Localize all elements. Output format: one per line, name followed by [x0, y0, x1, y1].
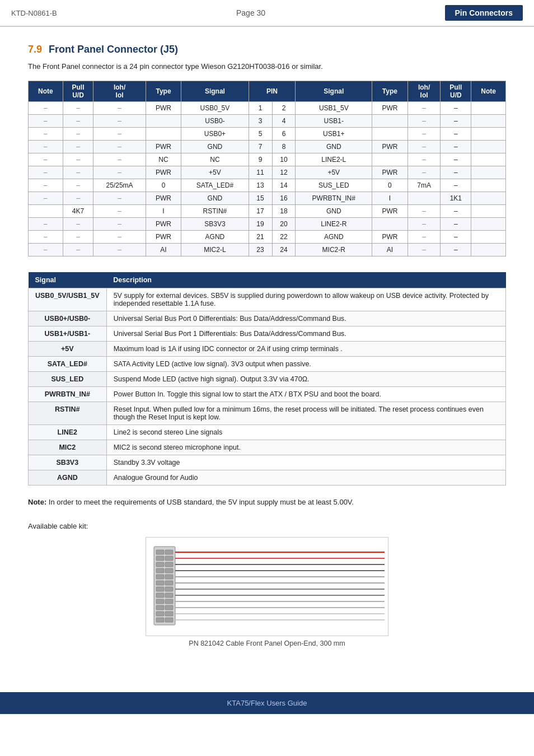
cell-note-l: – [29, 218, 63, 231]
list-item: AGND Analogue Ground for Audio [29, 470, 506, 486]
signal-name: MIC2 [29, 440, 107, 455]
svg-rect-16 [165, 568, 173, 573]
signal-desc: Universal Serial Bus Port 1 Differential… [106, 326, 505, 342]
cell-pull-r: – [441, 141, 471, 153]
cell-note-r [471, 218, 506, 231]
cell-note-l: – [29, 153, 63, 166]
cell-pin-r: 4 [272, 115, 296, 128]
th-type-l: Type [146, 81, 181, 102]
cell-signal-l: GND [181, 192, 249, 205]
cell-pin-r: 22 [272, 231, 296, 244]
table-row: – – – USB0+ 5 6 USB1+ – – [29, 128, 506, 141]
cell-signal-r: GND [296, 205, 372, 218]
cell-pull-r: – [441, 115, 471, 128]
signal-desc: MIC2 is second stereo microphone input. [106, 440, 505, 455]
signal-name: AGND [29, 470, 107, 486]
note-label: Note: [28, 498, 46, 506]
svg-rect-23 [165, 612, 173, 616]
th-ioh-l: Ioh/Iol [93, 81, 146, 102]
cell-ioh-r: – [407, 244, 441, 256]
cell-pull-r: – [441, 153, 471, 166]
cell-pin-l: 19 [249, 218, 272, 231]
cable-diagram [146, 537, 388, 636]
cell-pin-r: 8 [272, 141, 296, 153]
cell-note-l: – [29, 102, 63, 115]
table-row: – – – PWR USB0_5V 1 2 USB1_5V PWR – – [29, 102, 506, 115]
svg-rect-13 [165, 550, 173, 554]
desc-col1-header: Signal [29, 272, 107, 288]
signal-name: RSTIN# [29, 402, 107, 425]
cell-note-r [471, 141, 506, 153]
cell-signal-l: AGND [181, 231, 249, 244]
cell-type-r [372, 128, 408, 141]
cell-note-l: – [29, 166, 63, 179]
desc-col2-header: Description [106, 272, 505, 288]
cell-pull-r: – [441, 179, 471, 192]
cell-pull-l: – [63, 115, 93, 128]
cell-signal-l: NC [181, 153, 249, 166]
signal-description-table: Signal Description USB0_5V/USB1_5V 5V su… [28, 272, 506, 486]
th-note-r: Note [471, 81, 506, 102]
table-row: – – – PWR SB3V3 19 20 LINE2-R – – [29, 218, 506, 231]
cell-signal-l: USB0- [181, 115, 249, 128]
cell-signal-r: MIC2-R [296, 244, 372, 256]
cell-ioh-l: – [93, 166, 146, 179]
page-footer: KTA75/Flex Users Guide [0, 692, 534, 714]
cell-signal-r: AGND [296, 231, 372, 244]
svg-rect-10 [156, 605, 164, 610]
svg-rect-3 [156, 562, 164, 567]
cell-pin-l: 13 [249, 179, 272, 192]
main-content: 7.9 Front Panel Connector (J5) The Front… [0, 27, 534, 670]
cell-ioh-l: – [93, 141, 146, 153]
cell-pin-r: 2 [272, 102, 296, 115]
cell-pull-r: – [441, 102, 471, 115]
th-signal-l: Signal [181, 81, 249, 102]
cell-note-l: – [29, 244, 63, 256]
cell-pin-r: 24 [272, 244, 296, 256]
cell-note-l: – [29, 128, 63, 141]
cell-type-l: PWR [146, 218, 181, 231]
th-signal-r: Signal [296, 81, 372, 102]
cell-pull-r: – [441, 218, 471, 231]
cell-signal-l: SB3V3 [181, 218, 249, 231]
cell-ioh-r: 7mA [407, 179, 441, 192]
signal-name: PWRBTN_IN# [29, 387, 107, 402]
cell-pin-r: 6 [272, 128, 296, 141]
cell-signal-r: USB1- [296, 115, 372, 128]
cell-signal-l: MIC2-L [181, 244, 249, 256]
svg-rect-22 [165, 605, 173, 610]
cell-pull-r: 1K1 [441, 192, 471, 205]
signal-desc: Line2 is second stereo Line signals [106, 425, 505, 440]
svg-rect-11 [156, 612, 164, 616]
signal-name: +5V [29, 342, 107, 357]
table-row: – – – PWR GND 15 16 PWRBTN_IN# I 1K1 [29, 192, 506, 205]
cable-kit-label: Available cable kit: [28, 522, 506, 530]
svg-rect-9 [156, 599, 164, 604]
cell-ioh-l: 25/25mA [93, 179, 146, 192]
signal-name: SB3V3 [29, 455, 107, 470]
th-note-l: Note [29, 81, 63, 102]
note-content: In order to meet the requirements of USB… [49, 498, 354, 506]
cell-signal-r: USB1_5V [296, 102, 372, 115]
cell-note-r [471, 166, 506, 179]
cell-type-l: PWR [146, 231, 181, 244]
cell-type-r: PWR [372, 231, 408, 244]
svg-rect-14 [165, 556, 173, 561]
cell-pin-r: 14 [272, 179, 296, 192]
cell-note-r [471, 115, 506, 128]
cell-type-r [372, 153, 408, 166]
cell-type-l: PWR [146, 141, 181, 153]
cell-ioh-l: – [93, 153, 146, 166]
cell-signal-l: USB0_5V [181, 102, 249, 115]
table-row: – – – PWR GND 7 8 GND PWR – – [29, 141, 506, 153]
svg-rect-4 [156, 568, 164, 573]
th-type-r: Type [372, 81, 408, 102]
signal-desc: Universal Serial Bus Port 0 Differential… [106, 311, 505, 326]
signal-desc: Power Button In. Toggle this signal low … [106, 387, 505, 402]
th-pull-r: PullU/D [441, 81, 471, 102]
cell-ioh-l: – [93, 231, 146, 244]
cell-ioh-r: – [407, 231, 441, 244]
cell-pin-l: 7 [249, 141, 272, 153]
cell-note-r [471, 231, 506, 244]
signal-desc: Standby 3.3V voltage [106, 455, 505, 470]
